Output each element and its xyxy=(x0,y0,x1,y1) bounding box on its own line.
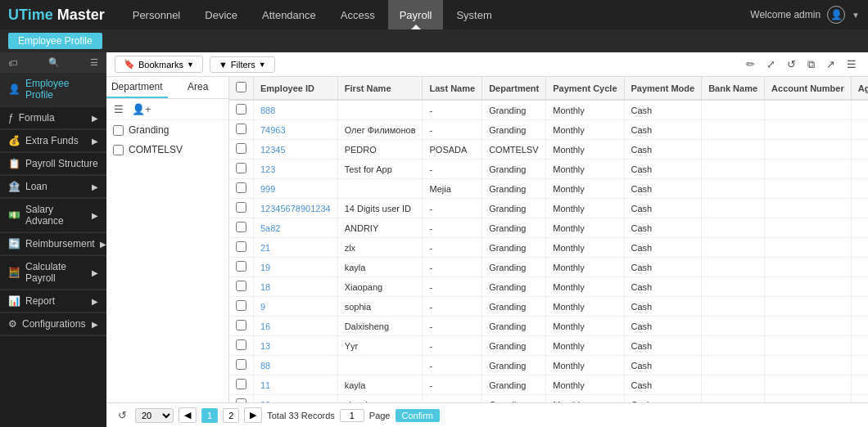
sidebar-item-formula[interactable]: ƒ Formula ▶ xyxy=(0,107,106,129)
cell-account-number xyxy=(765,179,852,199)
sub-tab-employee-profile[interactable]: Employee Profile xyxy=(8,33,102,49)
row-checkbox[interactable] xyxy=(236,182,246,193)
row-checkbox[interactable] xyxy=(236,104,246,115)
sidebar-item-report[interactable]: 📊 Report ▶ xyxy=(0,290,106,312)
sidebar-item-label: Formula xyxy=(19,112,55,124)
dept-checkbox-granding[interactable] xyxy=(113,125,124,136)
cell-payment-cycle: Monthly xyxy=(546,140,624,160)
row-checkbox[interactable] xyxy=(236,359,246,370)
sidebar-tag-icon[interactable]: 🏷 xyxy=(8,58,17,68)
sidebar-search-icon[interactable]: 🔍 xyxy=(48,57,60,68)
sidebar-item-configurations[interactable]: ⚙ Configurations ▶ xyxy=(0,313,106,335)
row-checkbox[interactable] xyxy=(236,222,246,232)
nav-item-payroll[interactable]: Payroll xyxy=(388,0,444,29)
sidebar-item-loan[interactable]: 🏦 Loan ▶ xyxy=(0,176,106,198)
employee-id-link[interactable]: 88 xyxy=(260,361,270,371)
cell-payment-mode: Cash xyxy=(624,179,702,199)
page-2-button[interactable]: 2 xyxy=(223,408,239,423)
employee-id-link[interactable]: 16 xyxy=(260,321,270,331)
row-checkbox[interactable] xyxy=(236,143,246,154)
bookmark-icon: 🔖 xyxy=(124,59,135,70)
prev-page-button[interactable]: ◀ xyxy=(179,407,197,423)
employee-id-link[interactable]: 18 xyxy=(260,282,270,292)
row-checkbox[interactable] xyxy=(236,202,246,213)
tab-department[interactable]: Department xyxy=(106,77,168,98)
row-checkbox[interactable] xyxy=(236,300,246,311)
employee-id-link[interactable]: 74963 xyxy=(260,125,286,135)
dropdown-arrow[interactable]: ▼ xyxy=(852,11,860,20)
row-checkbox[interactable] xyxy=(236,124,246,134)
employee-id-link[interactable]: 888 xyxy=(260,106,275,115)
cell-account-number xyxy=(765,297,852,317)
cell-payment-cycle: Monthly xyxy=(546,297,624,317)
sidebar-section-salary-advance: 💵 Salary Advance ▶ xyxy=(0,199,106,233)
employee-id-link[interactable]: 11 xyxy=(260,380,270,390)
person-add-icon[interactable]: 👤+ xyxy=(129,102,154,116)
next-page-button[interactable]: ▶ xyxy=(244,407,262,423)
employee-id-link[interactable]: 5a82 xyxy=(260,223,280,233)
page-1-button[interactable]: 1 xyxy=(201,408,218,423)
employee-id-link[interactable]: 21 xyxy=(260,243,270,253)
cell-payment-cycle: Monthly xyxy=(546,336,624,356)
cell-department: Granding xyxy=(482,238,546,258)
sidebar-menu-icon[interactable]: ☰ xyxy=(90,57,98,68)
list-icon[interactable]: ☰ xyxy=(111,102,126,116)
employee-id-link[interactable]: 12345 xyxy=(260,145,286,155)
employee-id-link[interactable]: 9 xyxy=(260,302,265,312)
cell-department: Granding xyxy=(482,258,546,277)
select-all-checkbox[interactable] xyxy=(236,82,246,92)
nav-item-system[interactable]: System xyxy=(445,0,503,29)
row-checkbox[interactable] xyxy=(236,379,246,389)
nav-item-attendance[interactable]: Attendance xyxy=(251,0,328,29)
row-checkbox[interactable] xyxy=(236,281,246,291)
employee-id-link[interactable]: 13 xyxy=(260,341,270,351)
nav-item-personnel[interactable]: Personnel xyxy=(121,0,192,29)
share-icon[interactable]: ↗ xyxy=(823,56,839,72)
sidebar-item-calculate-payroll[interactable]: 🧮 Calculate Payroll ▶ xyxy=(0,256,106,290)
sidebar-item-employee-profile[interactable]: 👤 Employee Profile xyxy=(0,73,106,106)
employee-id-link[interactable]: 123 xyxy=(260,164,275,174)
menu-icon[interactable]: ☰ xyxy=(843,56,860,72)
cell-first-name: Dalxisheng xyxy=(337,317,423,336)
employee-id-link[interactable]: 12345678901234 xyxy=(260,204,331,214)
cell-payment-mode: Cash xyxy=(624,100,702,120)
table-row: 123 Test for App - Granding Monthly Cash… xyxy=(229,160,868,179)
cell-bank-name xyxy=(702,218,765,238)
cell-bank-name xyxy=(702,160,765,179)
sidebar-item-label: Configurations xyxy=(22,318,85,330)
page-input[interactable] xyxy=(340,409,364,422)
row-checkbox[interactable] xyxy=(236,320,246,330)
page-size-select[interactable]: 20 10 50 100 xyxy=(135,408,174,423)
row-checkbox[interactable] xyxy=(236,339,246,350)
cell-first-name: Xiaopang xyxy=(337,277,423,297)
sidebar-item-extra-funds[interactable]: 💰 Extra Funds ▶ xyxy=(0,130,106,152)
table-row: 30 xiaochen - Granding Monthly Cash ✎ xyxy=(229,395,868,403)
cell-account-number xyxy=(765,336,852,356)
employee-id-link[interactable]: 999 xyxy=(260,184,275,194)
sidebar-item-payroll-structure[interactable]: 📋 Payroll Structure xyxy=(0,153,106,175)
cell-first-name: PEDRO xyxy=(337,140,423,160)
row-checkbox[interactable] xyxy=(236,261,246,272)
refresh-icon[interactable]: ↺ xyxy=(784,56,799,72)
cell-payment-mode: Cash xyxy=(624,140,702,160)
nav-item-device[interactable]: Device xyxy=(193,0,249,29)
expand-icon[interactable]: ⤢ xyxy=(763,56,779,72)
cell-last-name: - xyxy=(423,317,482,336)
sidebar-item-reimbursement[interactable]: 🔄 Reimbursement ▶ xyxy=(0,233,106,255)
cell-bank-name xyxy=(702,258,765,277)
pagination-refresh-icon[interactable]: ↺ xyxy=(115,407,130,423)
filters-button[interactable]: ▼ Filters ▼ xyxy=(210,56,275,73)
copy-icon[interactable]: ⧉ xyxy=(804,56,818,73)
sidebar-item-salary-advance[interactable]: 💵 Salary Advance ▶ xyxy=(0,199,106,232)
bookmarks-button[interactable]: 🔖 Bookmarks ▼ xyxy=(115,56,203,73)
nav-item-access[interactable]: Access xyxy=(329,0,387,29)
tab-area[interactable]: Area xyxy=(168,77,229,98)
user-avatar[interactable]: 👤 xyxy=(827,6,845,24)
row-checkbox[interactable] xyxy=(236,163,246,173)
employee-id-link[interactable]: 19 xyxy=(260,263,270,272)
row-checkbox[interactable] xyxy=(236,241,246,252)
cell-payment-cycle: Monthly xyxy=(546,218,624,238)
dept-checkbox-comtelsv[interactable] xyxy=(113,145,124,155)
confirm-button[interactable]: Confirm xyxy=(396,409,441,422)
edit-icon[interactable]: ✏ xyxy=(743,56,758,72)
